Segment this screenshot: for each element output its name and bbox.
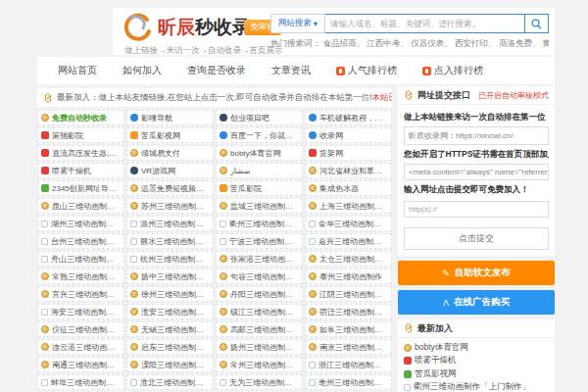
link-grid-item[interactable]: سشار [216, 163, 303, 178]
link-grid-item[interactable]: 货架网 [305, 145, 392, 161]
latest-joined-item[interactable]: 衢州三维动画制作「上门制作」 [404, 381, 549, 392]
link-grid-item[interactable]: 海安三维动画制作「上 [37, 304, 124, 319]
buy-ad-button[interactable]: Λ 在线广告购买 [398, 290, 555, 315]
link-grid-item[interactable]: 集成热水器 [305, 180, 392, 196]
meta-referrer-code[interactable]: <meta content="always" name="referrer"> [404, 164, 549, 180]
link-grid-item[interactable]: 上海三维动画制作「 [305, 198, 392, 214]
link-grid-item[interactable]: 镇江三维动画制作「上 [216, 304, 303, 319]
hot-search-word[interactable]: 仪器仪表、 [411, 38, 453, 48]
link-grid-item[interactable]: 苏州三维动画制作「上 [126, 198, 214, 214]
hot-search-word[interactable]: 商洛免费、 [499, 38, 541, 48]
hot-search-word[interactable]: 江西中考、 [367, 38, 409, 48]
link-grid-item[interactable]: 舟山三维动画制作「上 [37, 251, 124, 267]
link-grid-item[interactable]: 江阴三维动画制作「 [305, 286, 392, 302]
hot-search-word[interactable]: 黄岛搬家、 [543, 38, 549, 48]
link-grid-item[interactable]: 喷雾干燥机 [37, 163, 124, 178]
link-grid-item[interactable]: 扬中三维动画制作「上 [126, 269, 214, 284]
link-icon [43, 93, 53, 103]
link-grid-item[interactable]: 启东三维动画制作「上 [126, 339, 214, 355]
link-grid-item[interactable]: 直流高压发生器,试验 [37, 145, 124, 161]
link-grid-item[interactable]: 南通三维动画制作「上 [37, 357, 124, 372]
link-grid-item[interactable]: 杭州三维动画制作「上 [126, 251, 214, 267]
logo[interactable]: 昕辰秒收录 免审核 做上链接→来访一次→自动收录→首页展示 [119, 11, 290, 54]
link-grid-item[interactable]: 2345创新网址导航自 [37, 180, 124, 196]
nav-item[interactable]: 点入排行榜 [410, 64, 496, 77]
link-grid-item[interactable]: 宁波三维动画制作「上 [216, 233, 303, 249]
link-grid-item[interactable]: 常熟三维动画制作「上 [37, 269, 124, 284]
link-grid-item[interactable]: 宿迁三维动画制作「 [305, 304, 392, 319]
nav-item[interactable]: 如何加入 [110, 64, 174, 77]
link-grid-item[interactable]: 策驰影院 [37, 127, 124, 143]
link-grid-item[interactable]: 远景免费短视频解析 [126, 180, 214, 196]
site-backlink-code[interactable]: 昕辰收录网：https://xincwl.cn/ [404, 126, 549, 145]
link-grid-item[interactable]: 昆山三维动画制作「上 [37, 198, 124, 214]
favicon-icon [220, 167, 227, 174]
nav-item[interactable]: 人气排行榜 [323, 64, 410, 77]
link-grid-item[interactable]: 金华三维动画制作「 [305, 216, 392, 231]
latest-joined-item[interactable]: 喷雾干燥机 [404, 355, 549, 368]
link-grid-item[interactable]: 泰州三维动画制作 [305, 269, 392, 284]
submit-url-button[interactable]: 点击提交 [404, 227, 549, 250]
link-grid-item[interactable]: 影曈导航 [126, 110, 214, 125]
link-grid-item[interactable]: 溧阳三维动画制作「上 [126, 357, 214, 372]
link-grid-item[interactable]: 免费自动秒收录 [37, 110, 124, 125]
link-grid-item[interactable]: VR游戏网 [126, 163, 214, 178]
link-grid-item[interactable]: 徐州三维动画制作「上 [126, 286, 214, 302]
hot-search-word[interactable]: 食品招商、 [322, 38, 365, 48]
link-grid-item[interactable]: 亳州三维动画制作「 [305, 374, 392, 390]
link-grid-item[interactable]: 丹阳三维动画制作「上 [216, 286, 303, 302]
link-grid-item[interactable]: 南京三维动画制作「 [305, 339, 392, 355]
link-grid-item[interactable]: 常州三维动画制作「上 [216, 357, 303, 372]
link-grid-item[interactable]: 蚌埠三维动画制作「上 [37, 374, 124, 390]
favicon-icon [41, 290, 49, 298]
link-grid-item[interactable]: 浙江三维动画制作「 [305, 357, 392, 372]
link-grid-item[interactable]: 苦瓜影视网 [126, 127, 214, 143]
link-grid-item[interactable]: 淮安三维动画制作「上 [126, 304, 214, 319]
link-grid-item[interactable]: 百度一下，你就知道 [216, 127, 303, 143]
self-article-publish-button[interactable]: ✎ 自助软文发布 [398, 261, 555, 285]
url-input[interactable] [404, 201, 549, 218]
link-grid-item[interactable]: 句容三维动画制作「上 [216, 269, 303, 284]
link-grid-item[interactable]: 扬州三维动画制作「上 [216, 339, 303, 355]
search-input[interactable] [325, 14, 525, 33]
link-grid-item[interactable]: 张家港三维动画制作 [216, 251, 303, 267]
link-grid-item[interactable]: 创业项目吧 [216, 110, 303, 125]
link-grid-item[interactable]: 嘉兴三维动画制作「 [305, 233, 392, 249]
link-grid-item[interactable]: 湖州三维动画制作「上 [37, 216, 124, 231]
search-category-select[interactable]: 网站搜索▾ [270, 14, 325, 33]
link-grid-item[interactable]: 仪征三维动画制作「上 [37, 321, 124, 337]
favicon-icon [309, 149, 317, 157]
nav-item[interactable]: 查询是否收录 [174, 64, 259, 77]
nav-item[interactable]: 网站首页 [45, 64, 110, 77]
link-grid-item[interactable]: 温州三维动画制作「上 [126, 216, 214, 231]
link-grid-item[interactable]: 无为三维动画制作「上 [216, 374, 303, 390]
link-grid-item[interactable]: 台州三维动画制作「上 [37, 233, 124, 249]
latest-joined-item[interactable]: bobty体育官网 [404, 341, 549, 355]
link-grid-item[interactable]: 衢州三维动画制作「上 [216, 216, 303, 231]
favicon-icon [130, 290, 138, 298]
link-grid-item[interactable]: 淮北三维动画制作「上 [126, 374, 214, 390]
link-grid-item[interactable]: 如皋三维动画制作「 [305, 321, 392, 337]
link-grid-item[interactable]: 太仓三维动画制作「 [305, 251, 392, 267]
link-grid-item[interactable]: bobty体育官网 [216, 145, 303, 161]
hot-search-word[interactable]: 西安打印、 [455, 38, 497, 48]
link-grid-item[interactable]: 盐城三维动画制作「上 [216, 198, 303, 214]
link-grid-item[interactable]: 车机破解教程，汽车 [305, 110, 392, 125]
submit-hint-2: 您如开启了HTTPS证书需在首页顶部加入: [404, 149, 549, 161]
nav-item[interactable]: 文章资讯 [259, 64, 323, 77]
link-grid-item[interactable]: 倾城易支付 [126, 145, 214, 161]
link-grid-item[interactable]: 苦瓜影院 [216, 180, 303, 196]
link-grid-item[interactable]: 宜兴三维动画制作「上 [37, 286, 124, 302]
link-grid-item[interactable]: 无锡三维动画制作「上 [126, 321, 214, 337]
link-grid-item[interactable]: 高邮三维动画制作「上 [216, 321, 303, 337]
favicon-icon [130, 272, 138, 280]
favicon-icon [41, 343, 49, 351]
favicon-icon [309, 202, 317, 210]
latest-joined-item[interactable]: 苦瓜影视网 [404, 368, 549, 381]
search-button[interactable] [525, 14, 549, 33]
favicon-icon [309, 220, 316, 227]
link-grid-item[interactable]: 连云港三维动画制作 [37, 339, 124, 355]
link-grid-item[interactable]: 河北省林业和草原局 [305, 163, 392, 178]
link-grid-item[interactable]: 收录网 [305, 127, 392, 143]
link-grid-item[interactable]: 丽水三维动画制作「上 [126, 233, 214, 249]
